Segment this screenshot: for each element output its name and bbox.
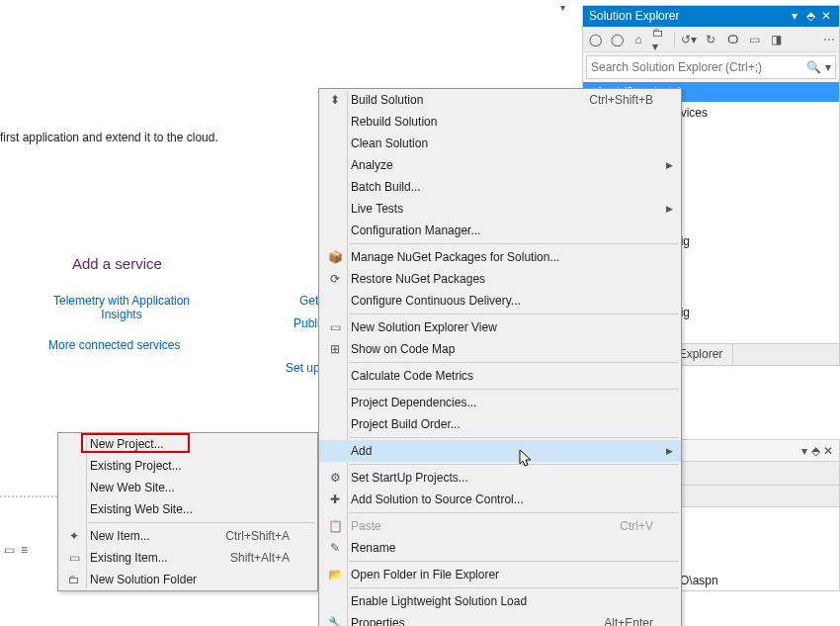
folder-icon: 🗀	[62, 573, 86, 586]
refresh-icon[interactable]: Ѻ	[724, 32, 740, 47]
menu-label: Add	[347, 444, 653, 458]
new-view-icon: ▭	[323, 320, 347, 334]
intro-text: first application and extend it to the c…	[0, 131, 218, 144]
properties-icon[interactable]: ◨	[768, 32, 784, 47]
close-icon[interactable]: ✕	[819, 6, 833, 27]
menu-label: Rename	[347, 541, 653, 555]
menu-label: Batch Build...	[347, 180, 653, 194]
dropdown-icon[interactable]: ▾ ⬘ ✕	[801, 444, 833, 458]
menu-label: Build Solution	[347, 93, 571, 107]
status-icon-1[interactable]: ▭	[4, 543, 15, 557]
menu-label: Project Build Order...	[347, 417, 653, 431]
submenu-arrow-icon: ▶	[666, 446, 673, 456]
search-icon[interactable]: 🔍	[806, 60, 821, 74]
home-icon[interactable]: ⌂	[630, 32, 646, 47]
menu-item-enable-lightweight-solution-load[interactable]: Enable Lightweight Solution Load	[319, 590, 681, 612]
pin-icon[interactable]: ⬘	[803, 6, 817, 27]
menu-item-project-dependencies[interactable]: Project Dependencies...	[319, 392, 681, 413]
menu-label: Open Folder in File Explorer	[347, 568, 653, 581]
menu-item-new-project[interactable]: New Project...	[58, 433, 317, 455]
menu-item-properties[interactable]: 🔧PropertiesAlt+Enter	[319, 612, 681, 626]
back-icon[interactable]: ◯	[587, 32, 603, 47]
menu-item-rename[interactable]: ✎Rename	[319, 537, 681, 559]
menu-label: Live Tests	[347, 202, 653, 216]
menu-label: Show on Code Map	[347, 342, 653, 356]
menu-item-show-on-code-map[interactable]: ⊞Show on Code Map	[319, 338, 681, 360]
solution-explorer-toolbar: ◯ ◯ ⌂ 🗀▾ ↺▾ ↻ Ѻ ▭ ◨ ⋯	[583, 27, 839, 52]
menu-item-manage-nuget-packages-for-solution[interactable]: 📦Manage NuGet Packages for Solution...	[319, 246, 681, 268]
menu-item-configuration-manager[interactable]: Configuration Manager...	[319, 220, 681, 241]
menu-item-open-folder-in-file-explorer[interactable]: 📂Open Folder in File Explorer	[319, 564, 681, 585]
menu-item-analyze[interactable]: Analyze▶	[319, 154, 681, 176]
menu-item-paste: 📋PasteCtrl+V	[319, 515, 681, 537]
collapse-icon[interactable]: ↻	[703, 32, 718, 47]
menu-item-calculate-code-metrics[interactable]: Calculate Code Metrics	[319, 365, 681, 387]
menu-item-existing-project[interactable]: Existing Project...	[58, 455, 317, 477]
menu-item-existing-web-site[interactable]: Existing Web Site...	[58, 498, 317, 520]
menu-item-clean-solution[interactable]: Clean Solution	[319, 133, 681, 154]
menu-item-restore-nuget-packages[interactable]: ⟳Restore NuGet Packages	[319, 268, 681, 290]
solution-explorer-titlebar[interactable]: Solution Explorer ▾ ⬘ ✕	[583, 6, 839, 27]
menu-label: Existing Item...	[86, 551, 212, 565]
existing-item-icon: ▭	[62, 551, 86, 565]
open-folder-icon: 📂	[323, 568, 347, 581]
menu-label: Project Dependencies...	[347, 396, 653, 409]
menu-item-new-item[interactable]: ✦New Item...Ctrl+Shift+A	[58, 525, 317, 547]
menu-item-new-web-site[interactable]: New Web Site...	[58, 477, 317, 498]
menu-item-project-build-order[interactable]: Project Build Order...	[319, 413, 681, 435]
paste-icon: 📋	[323, 519, 347, 533]
add-submenu: New Project...Existing Project...New Web…	[57, 432, 318, 591]
menu-label: New Solution Folder	[86, 573, 290, 586]
more-services-link[interactable]: More connected services	[48, 338, 180, 352]
add-service-heading: Add a service	[72, 255, 162, 272]
codemap-icon: ⊞	[323, 342, 347, 356]
menu-item-rebuild-solution[interactable]: Rebuild Solution	[319, 111, 681, 133]
refresh-history-icon[interactable]: ↺▾	[681, 32, 697, 47]
sync-icon[interactable]: 🗀▾	[652, 32, 668, 47]
menu-label: Rebuild Solution	[347, 115, 653, 129]
submenu-arrow-icon: ▶	[666, 160, 673, 170]
forward-icon[interactable]: ◯	[609, 32, 625, 47]
startup-icon: ⚙	[323, 471, 347, 485]
menu-item-build-solution[interactable]: ⬍Build SolutionCtrl+Shift+B	[319, 89, 681, 111]
submenu-arrow-icon: ▶	[666, 204, 673, 214]
menu-item-batch-build[interactable]: Batch Build...	[319, 176, 681, 198]
menu-item-add-solution-to-source-control[interactable]: ✚Add Solution to Source Control...	[319, 489, 681, 510]
menu-label: Add Solution to Source Control...	[347, 492, 653, 506]
menu-label: Analyze	[347, 158, 653, 172]
menu-item-new-solution-explorer-view[interactable]: ▭New Solution Explorer View	[319, 316, 681, 338]
scc-icon: ✚	[323, 492, 347, 506]
status-icons: ▭ ≡	[4, 543, 28, 557]
menu-shortcut: Shift+Alt+A	[212, 551, 290, 565]
menu-item-add[interactable]: Add▶	[319, 440, 681, 462]
toolbar-dropdown-icon[interactable]: ▾	[560, 2, 565, 13]
rename-icon: ✎	[323, 541, 347, 555]
menu-item-new-solution-folder[interactable]: 🗀New Solution Folder	[58, 569, 317, 590]
panel-title: Solution Explorer	[589, 6, 786, 27]
build-icon: ⬍	[323, 93, 347, 107]
status-icon-2[interactable]: ≡	[21, 543, 28, 557]
menu-label: Set StartUp Projects...	[347, 471, 653, 485]
telemetry-link[interactable]: Telemetry with Application Insights	[38, 294, 206, 321]
menu-label: New Web Site...	[86, 481, 290, 494]
show-all-icon[interactable]: ▭	[746, 32, 762, 47]
menu-label: Clean Solution	[347, 136, 653, 150]
menu-item-existing-item[interactable]: ▭Existing Item...Shift+Alt+A	[58, 547, 317, 569]
nuget-icon: 📦	[323, 250, 347, 264]
context-menu: ⬍Build SolutionCtrl+Shift+BRebuild Solut…	[318, 88, 682, 626]
search-dropdown-icon[interactable]: ▾	[825, 60, 831, 74]
menu-label: Properties	[347, 616, 586, 626]
menu-label: Existing Project...	[86, 459, 290, 473]
menu-item-live-tests[interactable]: Live Tests▶	[319, 198, 681, 220]
new-item-icon: ✦	[62, 529, 86, 543]
menu-label: Manage NuGet Packages for Solution...	[347, 250, 653, 264]
menu-item-set-startup-projects[interactable]: ⚙Set StartUp Projects...	[319, 467, 681, 489]
menu-item-configure-continuous-delivery[interactable]: Configure Continuous Delivery...	[319, 290, 681, 312]
dropdown-icon[interactable]: ▾	[788, 6, 801, 27]
search-input[interactable]	[591, 60, 806, 74]
menu-label: Configure Continuous Delivery...	[347, 294, 653, 308]
restore-icon: ⟳	[323, 272, 347, 286]
search-box[interactable]: 🔍 ▾	[586, 55, 836, 79]
overflow-icon[interactable]: ⋯	[823, 33, 835, 46]
menu-label: Existing Web Site...	[86, 502, 290, 516]
